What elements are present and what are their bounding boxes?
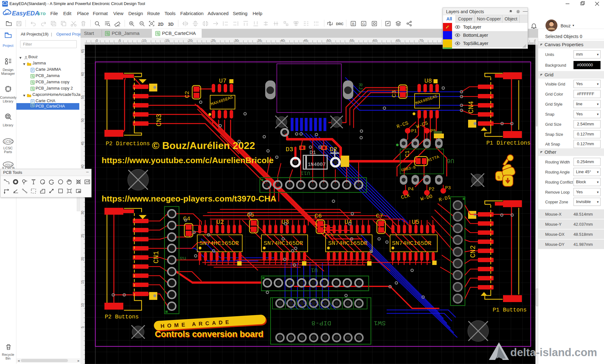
svg-text:J@LC: J@LC <box>4 163 13 166</box>
svg-text:STD: STD <box>38 12 46 16</box>
svg-text:C7: C7 <box>376 212 383 219</box>
svg-text:P1 Buttons: P1 Buttons <box>493 307 527 313</box>
svg-text:20: 20 <box>188 39 192 42</box>
svg-text:EasyEDA: EasyEDA <box>12 10 39 17</box>
svg-text:1N4007: 1N4007 <box>308 162 326 168</box>
svg-text:© Bouz/Aurélien 2022: © Bouz/Aurélien 2022 <box>152 140 255 151</box>
svg-text:20: 20 <box>81 257 84 261</box>
svg-text:35: 35 <box>258 39 261 42</box>
svg-text:U1: U1 <box>311 267 318 273</box>
svg-text:D1: D1 <box>310 150 316 156</box>
svg-text:5: 5 <box>119 39 121 42</box>
svg-text:Controls conversion board: Controls conversion board <box>155 329 263 339</box>
svg-text:25: 25 <box>211 39 215 42</box>
svg-text:U8: U8 <box>424 77 432 85</box>
svg-text:C1: C1 <box>404 150 411 157</box>
svg-text:C6: C6 <box>315 212 322 219</box>
svg-text:U6: U6 <box>447 157 454 164</box>
svg-text:P2 Buttons: P2 Buttons <box>105 314 139 320</box>
svg-text:U2: U2 <box>216 218 224 226</box>
svg-text:SN74HC165DR: SN74HC165DR <box>392 240 431 247</box>
svg-text:5: 5 <box>81 326 84 328</box>
svg-text:U5: U5 <box>412 218 419 226</box>
svg-text:CN1: CN1 <box>153 251 160 263</box>
svg-text:D2: D2 <box>330 146 337 153</box>
svg-text:LCSC: LCSC <box>4 140 13 143</box>
svg-text:30: 30 <box>81 211 84 215</box>
svg-text:60: 60 <box>373 39 377 42</box>
svg-text:B: B <box>352 22 354 26</box>
svg-text:SN74HC165DR: SN74HC165DR <box>264 240 303 247</box>
svg-text:https://www.youtube.com/c/Aure: https://www.youtube.com/c/AurelienBricol… <box>102 156 274 165</box>
svg-text:0: 0 <box>96 39 98 42</box>
svg-text:G: G <box>362 22 365 26</box>
svg-text:delta-island.com: delta-island.com <box>510 346 597 358</box>
svg-text:P1 Directions: P1 Directions <box>486 140 530 146</box>
svg-text:U11: U11 <box>300 170 310 176</box>
svg-text:U3: U3 <box>282 218 289 226</box>
svg-text:U7: U7 <box>219 77 226 85</box>
svg-text:15: 15 <box>81 280 84 284</box>
svg-text:60: 60 <box>81 72 84 76</box>
svg-text:10: 10 <box>142 39 146 42</box>
svg-text:D3: D3 <box>286 146 293 153</box>
svg-text:na: na <box>180 255 186 261</box>
svg-text:50: 50 <box>327 39 331 42</box>
svg-text:65: 65 <box>396 39 400 42</box>
svg-text:45: 45 <box>81 141 84 145</box>
svg-text:65: 65 <box>81 49 84 53</box>
svg-text:SN74HC165DR: SN74HC165DR <box>199 240 239 247</box>
svg-text:SW1: SW1 <box>374 319 386 327</box>
svg-text:40: 40 <box>81 165 84 168</box>
svg-text:RJ1: RJ1 <box>357 83 363 93</box>
svg-text:DIP-8: DIP-8 <box>311 319 331 327</box>
svg-text:45: 45 <box>304 39 308 42</box>
svg-text:30: 30 <box>234 39 238 42</box>
svg-text:25: 25 <box>81 234 84 238</box>
svg-text:SN74HC165DR: SN74HC165DR <box>328 240 367 247</box>
svg-text:C3: C3 <box>391 90 398 97</box>
svg-text:P2: P2 <box>429 187 434 192</box>
svg-text:P4: P4 <box>408 187 414 192</box>
svg-text:CN4: CN4 <box>467 101 475 113</box>
svg-text:CN3: CN3 <box>155 114 163 126</box>
svg-text:P3: P3 <box>445 185 451 191</box>
svg-text:P1: P1 <box>411 129 417 134</box>
svg-text:55: 55 <box>350 39 354 42</box>
svg-text:40: 40 <box>281 39 284 42</box>
svg-text:CN2: CN2 <box>469 245 477 258</box>
svg-text:50: 50 <box>81 119 84 122</box>
svg-text:15: 15 <box>165 39 169 42</box>
svg-text:70: 70 <box>419 39 423 42</box>
svg-text:55: 55 <box>81 95 84 99</box>
svg-text:10: 10 <box>81 303 84 307</box>
svg-text:https://www.neogeo-players.com: https://www.neogeo-players.com/t3970-CHA <box>102 194 277 203</box>
svg-text:P2 Directions: P2 Directions <box>106 141 150 147</box>
svg-text:C2: C2 <box>184 91 191 98</box>
